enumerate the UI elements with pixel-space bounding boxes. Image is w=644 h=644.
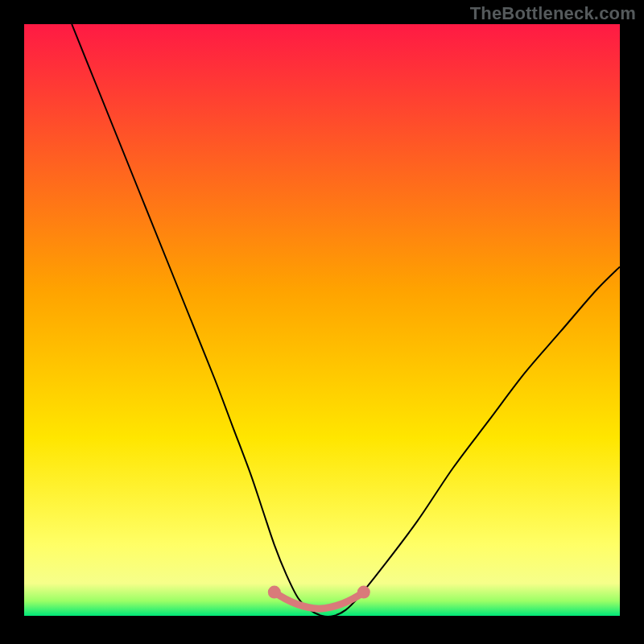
floor-highlight-dot-right [357,586,370,599]
chart-frame: TheBottleneck.com [0,0,644,644]
gradient-background [24,24,620,616]
bottleneck-chart [0,0,644,644]
watermark-text: TheBottleneck.com [470,3,636,24]
floor-highlight-dot-left [268,586,281,599]
